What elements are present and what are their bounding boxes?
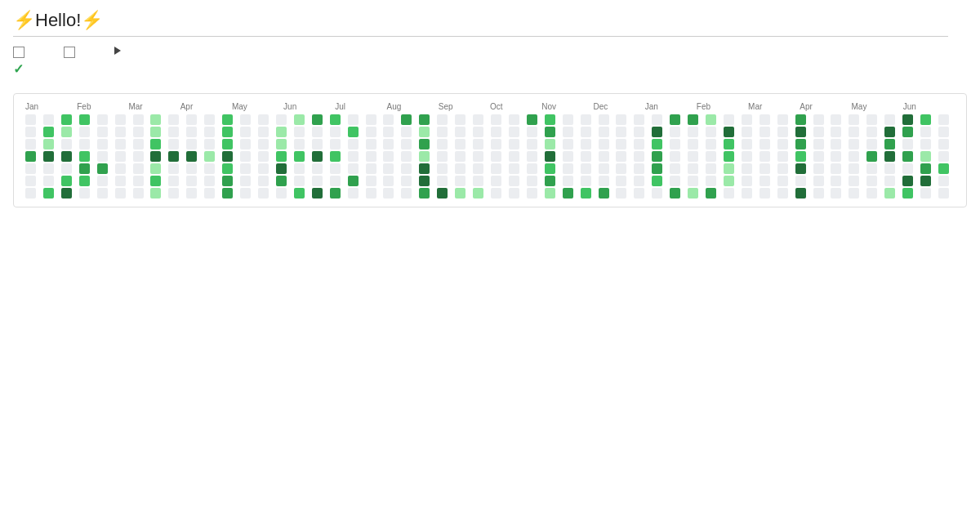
grid-cell	[222, 127, 233, 137]
grid-cell	[401, 114, 412, 125]
grid-cell	[866, 176, 877, 186]
grid-cell	[545, 188, 555, 199]
grid-cell	[366, 176, 376, 186]
grid-cell	[795, 176, 806, 186]
grid-cell	[616, 163, 626, 174]
grid-cell	[616, 188, 626, 199]
grid-cell	[43, 163, 54, 174]
grid-cell	[634, 139, 644, 149]
grid-cell	[813, 114, 824, 125]
grid-cell	[884, 139, 895, 149]
grid-cell	[760, 127, 770, 137]
grid-cell	[563, 176, 573, 186]
grid-cell	[849, 188, 859, 199]
text-input[interactable]	[13, 10, 948, 37]
grid-cell	[866, 114, 877, 125]
grid-cell	[884, 176, 895, 186]
grid-cell	[509, 188, 519, 199]
grid-cell	[222, 139, 233, 149]
grid-cell	[348, 188, 359, 199]
month-label: Dec	[593, 102, 644, 111]
grid-cell	[634, 127, 644, 137]
grid-cell	[97, 151, 108, 162]
grid-cell	[813, 151, 824, 162]
grid-cell	[795, 163, 806, 174]
grid-cell	[616, 139, 626, 149]
grid-cell	[115, 139, 126, 149]
grid-cell	[204, 151, 215, 162]
grid-cell	[866, 151, 877, 162]
grid-cell	[831, 151, 841, 162]
grid-cell	[168, 188, 179, 199]
grid-cell	[652, 176, 662, 186]
grid-cell	[742, 163, 752, 174]
grid-cell	[760, 114, 770, 125]
grid-cell	[920, 127, 931, 137]
grid-cell	[383, 151, 394, 162]
process-instantly-checkmark: ✓	[13, 61, 24, 77]
grid-cell	[849, 127, 859, 137]
grid-cell	[884, 127, 895, 137]
grid-cell	[150, 114, 161, 125]
grid-cell	[563, 114, 573, 125]
grid-cell	[688, 151, 698, 162]
grid-cell	[724, 163, 734, 174]
grid-cell	[509, 151, 519, 162]
grid-cell	[97, 163, 108, 174]
grid-cell	[240, 139, 251, 149]
month-label: Apr	[800, 102, 851, 111]
advanced-settings-button[interactable]	[114, 47, 126, 55]
uppercase-checkbox[interactable]	[64, 47, 75, 58]
grid-cell	[652, 114, 662, 125]
grid-cell	[168, 127, 179, 137]
grid-cell	[938, 188, 949, 199]
grid-cell	[813, 163, 824, 174]
grid-cell	[455, 163, 466, 174]
grid-cell	[688, 114, 698, 125]
grid-cell	[348, 151, 359, 162]
month-label: Mar	[128, 102, 180, 111]
grid-cell	[168, 139, 179, 149]
month-label: Jun	[903, 102, 955, 111]
grid-cell	[204, 163, 215, 174]
grid-cell	[760, 139, 770, 149]
grid-cell	[795, 127, 806, 137]
grid-cell	[920, 163, 931, 174]
grid-cell	[240, 188, 251, 199]
grid-cell	[902, 139, 913, 149]
grid-cell	[849, 114, 859, 125]
grid-cell	[258, 163, 269, 174]
grid-cell	[133, 176, 144, 186]
grid-cell	[742, 139, 752, 149]
grid-cell	[813, 176, 824, 186]
grid-cell	[79, 176, 90, 186]
grid-cell	[294, 163, 305, 174]
grid-cell	[419, 139, 430, 149]
grid-cell	[581, 188, 591, 199]
month-label: Mar	[748, 102, 800, 111]
grid-cell	[581, 127, 591, 137]
grid-cell	[186, 188, 197, 199]
grid-cell	[366, 127, 376, 137]
grid-cell	[938, 163, 949, 174]
month-label: Jan	[645, 102, 697, 111]
grid-cell	[670, 114, 680, 125]
grid-cell	[920, 188, 931, 199]
grid-cell	[222, 163, 233, 174]
grid-cell	[25, 163, 36, 174]
grid-cell	[813, 188, 824, 199]
grid-cell	[813, 139, 824, 149]
grid-cell	[545, 139, 555, 149]
grid-cell	[724, 176, 734, 186]
grid-cell	[401, 176, 412, 186]
scroll-animate-checkbox[interactable]	[13, 47, 24, 58]
grid-cell	[760, 163, 770, 174]
grid-cell	[670, 176, 680, 186]
grid-cell	[258, 127, 269, 137]
grid-cell	[258, 188, 269, 199]
grid-cell	[760, 188, 770, 199]
grid-cell	[706, 151, 716, 162]
grid-cell	[849, 139, 859, 149]
grid-cell	[795, 114, 806, 125]
grid-cell	[545, 163, 555, 174]
